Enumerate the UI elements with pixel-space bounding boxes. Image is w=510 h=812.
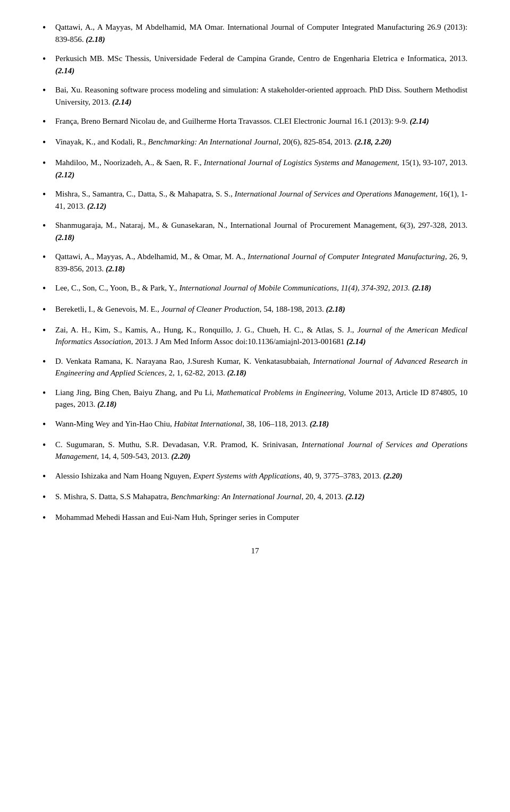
reference-text: Bai, Xu. Reasoning software process mode… bbox=[55, 84, 468, 108]
bullet-icon: • bbox=[42, 439, 52, 452]
reference-text: Bereketli, I., & Genevois, M. E., Journa… bbox=[55, 303, 468, 315]
bullet-icon: • bbox=[42, 157, 52, 170]
reference-text: Perkusich MB. MSc Thessis, Universidade … bbox=[55, 53, 468, 76]
list-item: •Shanmugaraja, M., Nataraj, M., & Gunase… bbox=[42, 219, 468, 243]
bullet-icon: • bbox=[42, 324, 52, 337]
bullet-icon: • bbox=[42, 303, 52, 317]
page-number: 17 bbox=[251, 546, 259, 555]
bullet-icon: • bbox=[42, 53, 52, 66]
reference-text: Lee, C., Son, C., Yoon, B., & Park, Y., … bbox=[55, 282, 468, 294]
bullet-icon: • bbox=[42, 188, 52, 201]
bullet-icon: • bbox=[42, 115, 52, 129]
list-item: •Alessio Ishizaka and Nam Hoang Nguyen, … bbox=[42, 470, 468, 483]
reference-text: C. Sugumaran, S. Muthu, S.R. Devadasan, … bbox=[55, 439, 468, 463]
reference-text: Liang Jing, Bing Chen, Baiyu Zhang, and … bbox=[55, 387, 468, 411]
list-item: •Bereketli, I., & Genevois, M. E., Journ… bbox=[42, 303, 468, 317]
reference-text: Wann-Ming Wey and Yin-Hao Chiu, Habitat … bbox=[55, 418, 468, 430]
reference-text: Qattawi, A., A Mayyas, M Abdelhamid, MA … bbox=[55, 21, 468, 45]
bullet-icon: • bbox=[42, 511, 52, 525]
list-item: •Bai, Xu. Reasoning software process mod… bbox=[42, 84, 468, 108]
reference-text: Zai, A. H., Kim, S., Kamis, A., Hung, K.… bbox=[55, 324, 468, 348]
bullet-icon: • bbox=[42, 387, 52, 400]
list-item: •S. Mishra, S. Datta, S.S Mahapatra, Ben… bbox=[42, 491, 468, 504]
reference-text: Mohammad Mehedi Hassan and Eui-Nam Huh, … bbox=[55, 511, 468, 524]
list-item: •Wann-Ming Wey and Yin-Hao Chiu, Habitat… bbox=[42, 418, 468, 431]
list-item: •C. Sugumaran, S. Muthu, S.R. Devadasan,… bbox=[42, 439, 468, 463]
list-item: •Mahdiloo, M., Noorizadeh, A., & Saen, R… bbox=[42, 157, 468, 181]
bullet-icon: • bbox=[42, 136, 52, 149]
list-item: •Qattawi, A., A Mayyas, M Abdelhamid, MA… bbox=[42, 21, 468, 45]
list-item: •Vinayak, K., and Kodali, R., Benchmarki… bbox=[42, 136, 468, 149]
list-item: •Mohammad Mehedi Hassan and Eui-Nam Huh,… bbox=[42, 511, 468, 525]
page-number-container: 17 bbox=[42, 546, 468, 555]
list-item: •Perkusich MB. MSc Thessis, Universidade… bbox=[42, 53, 468, 76]
bullet-icon: • bbox=[42, 219, 52, 233]
references-list: •Qattawi, A., A Mayyas, M Abdelhamid, MA… bbox=[42, 21, 468, 525]
reference-text: França, Breno Bernard Nicolau de, and Gu… bbox=[55, 115, 468, 127]
bullet-icon: • bbox=[42, 418, 52, 431]
list-item: •Qattawi, A., Mayyas, A., Abdelhamid, M.… bbox=[42, 251, 468, 275]
reference-text: S. Mishra, S. Datta, S.S Mahapatra, Benc… bbox=[55, 491, 468, 503]
bullet-icon: • bbox=[42, 355, 52, 369]
bullet-icon: • bbox=[42, 282, 52, 295]
reference-text: Mahdiloo, M., Noorizadeh, A., & Saen, R.… bbox=[55, 157, 468, 181]
bullet-icon: • bbox=[42, 84, 52, 97]
list-item: •D. Venkata Ramana, K. Narayana Rao, J.S… bbox=[42, 355, 468, 379]
bullet-icon: • bbox=[42, 470, 52, 483]
reference-text: Alessio Ishizaka and Nam Hoang Nguyen, E… bbox=[55, 470, 468, 482]
list-item: •Zai, A. H., Kim, S., Kamis, A., Hung, K… bbox=[42, 324, 468, 348]
reference-text: Qattawi, A., Mayyas, A., Abdelhamid, M.,… bbox=[55, 251, 468, 275]
bullet-icon: • bbox=[42, 491, 52, 504]
reference-text: Vinayak, K., and Kodali, R., Benchmarkin… bbox=[55, 136, 468, 148]
reference-text: Mishra, S., Samantra, C., Datta, S., & M… bbox=[55, 188, 468, 212]
list-item: •Lee, C., Son, C., Yoon, B., & Park, Y.,… bbox=[42, 282, 468, 295]
reference-text: D. Venkata Ramana, K. Narayana Rao, J.Su… bbox=[55, 355, 468, 379]
bullet-icon: • bbox=[42, 251, 52, 264]
list-item: •Liang Jing, Bing Chen, Baiyu Zhang, and… bbox=[42, 387, 468, 411]
list-item: •Mishra, S., Samantra, C., Datta, S., & … bbox=[42, 188, 468, 212]
bullet-icon: • bbox=[42, 21, 52, 35]
reference-text: Shanmugaraja, M., Nataraj, M., & Gunasek… bbox=[55, 219, 468, 243]
list-item: •França, Breno Bernard Nicolau de, and G… bbox=[42, 115, 468, 129]
